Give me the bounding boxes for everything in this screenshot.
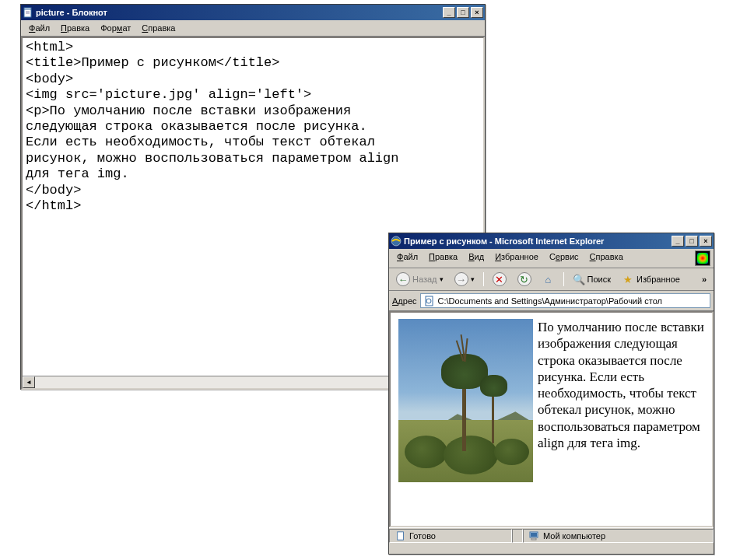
minimize-button[interactable]: _ [443, 7, 455, 18]
back-icon: ← [396, 272, 410, 286]
page-icon [395, 530, 407, 542]
svg-rect-9 [531, 533, 537, 537]
forward-icon: → [454, 272, 468, 286]
ie-minimize-button[interactable]: _ [672, 236, 684, 247]
search-icon: 🔍 [573, 273, 585, 285]
ie-icon [391, 236, 402, 247]
ie-addressbar: Адрес C:\Documents and Settings\Админист… [389, 291, 714, 311]
star-icon: ★ [622, 273, 634, 285]
menu-edit[interactable]: Правка [56, 22, 94, 34]
toolbar-chevron[interactable]: » [698, 273, 710, 285]
computer-icon [528, 530, 541, 542]
home-icon: ⌂ [542, 273, 555, 285]
address-text: C:\Documents and Settings\Администратор\… [438, 296, 662, 306]
notepad-icon [23, 7, 33, 18]
back-button[interactable]: ← Назад ▾ [392, 271, 447, 288]
ie-menu-tools[interactable]: Сервис [545, 250, 584, 266]
ie-window: Пример с рисунком - Microsoft Internet E… [388, 233, 714, 555]
forward-button[interactable]: → ▾ [451, 271, 479, 288]
svg-rect-7 [398, 531, 404, 539]
ie-toolbar: ← Назад ▾ → ▾ ✕ ↻ ⌂ 🔍 Поиск ★ Избранное … [389, 268, 714, 291]
refresh-button[interactable]: ↻ [514, 271, 535, 288]
address-label: Адрес [392, 296, 417, 306]
ie-close-button[interactable]: × [700, 236, 712, 247]
maximize-button[interactable]: □ [457, 7, 469, 18]
ie-maximize-button[interactable]: □ [686, 236, 698, 247]
ie-throbber-icon [695, 250, 710, 266]
chevron-down-icon: ▾ [471, 275, 475, 283]
page-image [398, 319, 533, 482]
scroll-left-button[interactable]: ◄ [23, 376, 35, 388]
address-input[interactable]: C:\Documents and Settings\Администратор\… [420, 293, 711, 308]
ie-menu-view[interactable]: Вид [464, 250, 489, 266]
refresh-icon: ↻ [517, 272, 531, 286]
search-button[interactable]: 🔍 Поиск [569, 271, 615, 287]
stop-button[interactable]: ✕ [489, 271, 510, 288]
ie-title: Пример с рисунком - Microsoft Internet E… [404, 236, 672, 246]
menu-help[interactable]: Справка [137, 22, 180, 34]
status-pane-1 [512, 529, 523, 543]
home-button[interactable]: ⌂ [538, 271, 559, 287]
ie-statusbar: Готово Мой компьютер [389, 527, 714, 543]
notepad-titlebar[interactable]: picture - Блокнот _ □ × [21, 5, 485, 20]
menu-file[interactable]: Файл [24, 22, 54, 34]
ie-menubar: Файл Правка Вид Избранное Сервис Справка [389, 249, 714, 268]
status-location: Мой компьютер [523, 529, 714, 543]
stop-icon: ✕ [493, 272, 507, 286]
ie-menu-help[interactable]: Справка [585, 250, 628, 266]
notepad-menubar: Файл Правка Формат Справка [21, 20, 485, 37]
page-icon [423, 295, 436, 307]
chevron-down-icon: ▾ [440, 275, 444, 283]
ie-menu-favorites[interactable]: Избранное [490, 250, 543, 266]
ie-menu-file[interactable]: Файл [392, 250, 423, 266]
ie-content-area: По умолчанию после вставки изображения с… [389, 311, 714, 527]
notepad-title: picture - Блокнот [36, 8, 443, 17]
ie-menu-edit[interactable]: Правка [424, 250, 462, 266]
favorites-button[interactable]: ★ Избранное [618, 271, 684, 287]
close-button[interactable]: × [471, 7, 483, 18]
svg-rect-10 [531, 538, 536, 540]
ie-titlebar[interactable]: Пример с рисунком - Microsoft Internet E… [389, 233, 714, 249]
status-ready: Готово [389, 529, 512, 543]
menu-format[interactable]: Формат [96, 22, 135, 34]
